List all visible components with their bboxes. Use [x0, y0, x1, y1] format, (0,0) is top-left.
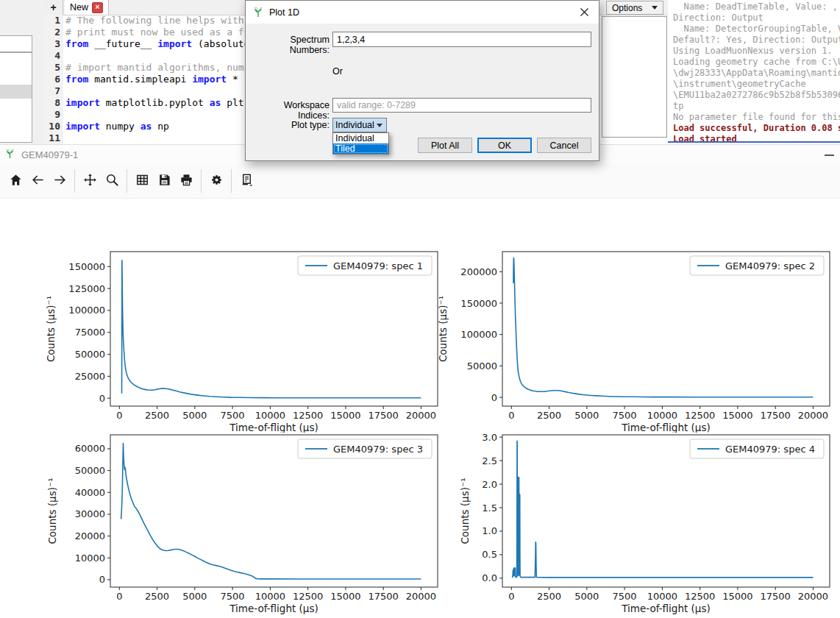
zoom-to-rect-icon	[105, 173, 119, 189]
svg-text:0: 0	[99, 574, 105, 585]
forward-button[interactable]	[49, 168, 71, 194]
plot-window-title: GEM40979-1	[21, 149, 78, 160]
print-icon	[179, 173, 193, 189]
workspace-indices-input[interactable]	[332, 98, 591, 113]
svg-text:0: 0	[116, 410, 122, 421]
line-number: 10	[44, 121, 63, 132]
log-line: tp	[673, 101, 840, 112]
dock-minimize-icon[interactable]	[825, 154, 834, 156]
combobox-value: Individual	[333, 120, 377, 130]
line-number: 2	[44, 26, 63, 38]
zoom-to-rect-button[interactable]	[101, 168, 123, 194]
svg-text:0: 0	[491, 392, 497, 403]
grid-icon	[135, 173, 149, 189]
svg-text:15000: 15000	[722, 410, 752, 421]
line-number: 5	[44, 62, 63, 74]
plot-type-combobox[interactable]: Individual	[332, 118, 387, 132]
log-line: Using LoadMuonNexus version 1.	[673, 46, 840, 57]
messages-log[interactable]: Name: DeadTimeTable, Value: , Direction:…	[668, 0, 840, 144]
log-line: Loading geometry cache from C:\U	[673, 57, 840, 68]
log-line: Default?: Yes, Direction: Output	[673, 35, 840, 46]
svg-text:150000: 150000	[460, 298, 497, 309]
figure-canvas[interactable]: 0250050007500100001250015000175002000002…	[0, 199, 840, 618]
svg-text:100000: 100000	[460, 329, 497, 340]
svg-text:125000: 125000	[68, 283, 105, 294]
home-icon	[9, 173, 23, 189]
spectrum-numbers-input[interactable]	[332, 32, 591, 47]
svg-text:0.5: 0.5	[482, 549, 497, 560]
svg-text:30000: 30000	[75, 508, 105, 519]
spectrum-numbers-label: Spectrum Numbers:	[250, 35, 330, 55]
option-individual[interactable]: Individual	[333, 133, 388, 143]
svg-text:10000: 10000	[255, 410, 285, 421]
tab-new[interactable]: New ×	[65, 0, 109, 15]
subplot-3: 0250050007500100001250015000175002000001…	[29, 425, 438, 618]
docked-panel-placeholder	[602, 16, 667, 138]
log-line: Name: DeadTimeTable, Value: ,	[673, 1, 840, 13]
log-line: \dwj28333\AppData\Roaming\mantid	[673, 68, 840, 79]
svg-text:2500: 2500	[145, 591, 169, 602]
dialog-title-bar[interactable]: Plot 1D	[246, 1, 599, 24]
svg-text:2.0: 2.0	[482, 479, 497, 490]
svg-text:10000: 10000	[75, 553, 105, 564]
svg-text:50000: 50000	[75, 349, 105, 360]
svg-text:3.0: 3.0	[482, 432, 497, 443]
home-button[interactable]	[4, 168, 26, 194]
pan-button[interactable]	[79, 168, 101, 194]
line-number: 8	[44, 97, 63, 109]
dialog-title: Plot 1D	[269, 7, 299, 18]
svg-text:100000: 100000	[68, 305, 105, 316]
toolbar-separator	[231, 169, 232, 193]
save-button[interactable]	[153, 168, 175, 194]
options-button-label: Options	[612, 3, 642, 13]
back-icon	[31, 173, 45, 189]
svg-text:GEM40979: spec 4: GEM40979: spec 4	[725, 444, 815, 455]
svg-text:20000: 20000	[798, 591, 828, 602]
svg-text:0: 0	[508, 591, 514, 602]
svg-text:Time-of-flight (μs): Time-of-flight (μs)	[229, 603, 318, 614]
new-tab-button[interactable]: +	[44, 0, 63, 15]
code-text: import numpy as np	[63, 121, 169, 132]
svg-text:GEM40979: spec 2: GEM40979: spec 2	[725, 260, 815, 271]
svg-text:Counts (μs)⁻¹: Counts (μs)⁻¹	[46, 477, 58, 544]
cancel-button[interactable]: Cancel	[537, 138, 591, 153]
plot-type-dropdown: IndividualTiled	[332, 132, 389, 154]
line-number: 3	[44, 38, 63, 50]
back-button[interactable]	[26, 168, 49, 194]
close-icon[interactable]	[580, 7, 589, 17]
svg-text:75000: 75000	[75, 327, 105, 338]
data-line	[513, 441, 814, 578]
list-selected-row[interactable]	[0, 85, 32, 99]
svg-text:2500: 2500	[537, 410, 561, 421]
svg-text:5000: 5000	[574, 591, 599, 602]
option-tiled[interactable]: Tiled	[333, 143, 388, 154]
svg-text:15000: 15000	[330, 410, 360, 421]
svg-text:GEM40979: spec 1: GEM40979: spec 1	[333, 260, 423, 271]
svg-text:Time-of-flight (μs): Time-of-flight (μs)	[621, 603, 710, 614]
save-icon	[157, 173, 171, 189]
svg-text:7500: 7500	[613, 410, 637, 421]
log-line: Name: DetectorGroupingTable, V	[673, 24, 840, 35]
ok-button[interactable]: OK	[477, 138, 532, 153]
line-number: 9	[44, 109, 63, 121]
svg-text:15000: 15000	[330, 591, 360, 602]
svg-text:0: 0	[99, 393, 105, 404]
mantid-logo-icon	[252, 7, 264, 18]
workspace-indices-label: Workspace Indices:	[250, 100, 330, 121]
svg-text:5000: 5000	[182, 410, 207, 421]
options-button[interactable]: Options	[606, 1, 663, 15]
plot-toolbar	[0, 163, 840, 199]
plot-all-button[interactable]: Plot All	[418, 138, 472, 153]
chevron-down-icon	[377, 124, 382, 127]
svg-text:GEM40979: spec 3: GEM40979: spec 3	[333, 444, 423, 455]
svg-text:12500: 12500	[685, 591, 715, 602]
code-text: # print must now be used as a func	[63, 26, 261, 38]
generate-script-button[interactable]	[235, 168, 257, 194]
grid-button[interactable]	[131, 168, 153, 194]
svg-text:7500: 7500	[221, 410, 245, 421]
tab-close-icon[interactable]: ×	[92, 2, 103, 13]
print-button[interactable]	[175, 168, 197, 194]
subplot-4: 025005000750010000125001500017500200000.…	[421, 425, 830, 618]
customize-button[interactable]	[205, 168, 227, 194]
code-text: # The following line helps with fu	[63, 15, 261, 26]
